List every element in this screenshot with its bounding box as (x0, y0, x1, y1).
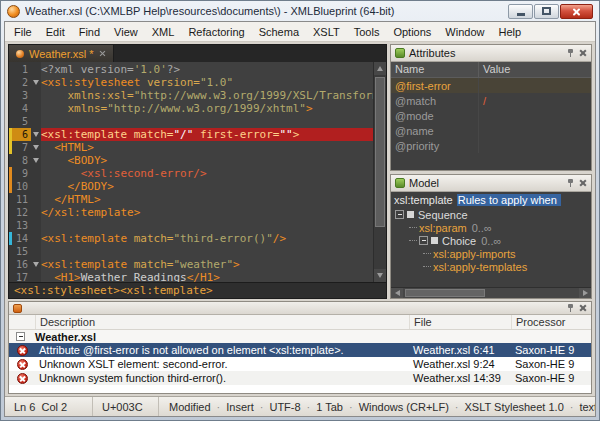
fold-collapse-icon[interactable] (31, 76, 41, 89)
scroll-track[interactable] (403, 288, 579, 298)
attribute-row-mode[interactable]: @mode (391, 108, 591, 123)
editor-line-4[interactable]: 4 xmlns="http://www.w3.org/1999/xhtml"> (9, 102, 373, 115)
attribute-row-first-error[interactable]: @first-error (391, 78, 591, 93)
error-group-row[interactable]: Weather.xsl (9, 330, 591, 343)
errors-icon (13, 304, 22, 313)
model-tree: Sequencexsl:param0..∞Choice0..∞xsl:apply… (391, 208, 591, 273)
error-icon (9, 359, 35, 370)
editor-lines[interactable]: 1<?xml version='1.0'?>2<xsl:stylesheet v… (9, 62, 373, 282)
column-file[interactable]: File (409, 315, 511, 329)
maximize-button[interactable] (534, 4, 559, 19)
error-icon (9, 373, 35, 384)
editor-line-8[interactable]: 8 <BODY> (9, 154, 373, 167)
menu-xml[interactable]: XML (145, 23, 182, 41)
attribute-row-name[interactable]: @name (391, 123, 591, 138)
editor-line-11[interactable]: 11 </HTML> (9, 193, 373, 206)
column-processor[interactable]: Processor (511, 315, 591, 329)
scroll-up-icon[interactable] (374, 62, 386, 75)
editor-line-12[interactable]: 12</xsl:template> (9, 206, 373, 219)
code-text: xmlns:xsl="http://www.w3.org/1999/XSL/Tr… (41, 89, 373, 102)
menu-find[interactable]: Find (72, 23, 107, 41)
pin-icon[interactable] (566, 303, 575, 313)
menu-window[interactable]: Window (438, 23, 491, 41)
editor-vertical-scrollbar[interactable] (373, 62, 386, 282)
model-description: xsl:template Rules to apply when (391, 192, 591, 208)
editor-line-1[interactable]: 1<?xml version='1.0'?> (9, 63, 373, 76)
scroll-thumb[interactable] (375, 77, 385, 227)
fold-collapse-icon[interactable] (31, 154, 41, 167)
menu-schema[interactable]: Schema (252, 23, 306, 41)
editor-line-7[interactable]: 7 <HTML> (9, 141, 373, 154)
editor-line-5[interactable]: 5 (9, 115, 373, 128)
model-tree-item-xsl-param[interactable]: xsl:param0..∞ (391, 221, 591, 234)
breadcrumb[interactable]: <xsl:stylesheet><xsl:template> (8, 283, 387, 299)
editor-line-15[interactable]: 15 (9, 245, 373, 258)
column-description[interactable]: Description (35, 315, 409, 329)
window-controls (508, 4, 593, 19)
fold-margin (31, 193, 41, 206)
scroll-right-icon[interactable] (579, 288, 591, 298)
editor-line-16[interactable]: 16<xsl:template match="weather"> (9, 258, 373, 271)
fold-margin (31, 102, 41, 115)
menu-options[interactable]: Options (386, 23, 438, 41)
panel-close-icon[interactable] (579, 304, 587, 312)
fold-collapse-icon[interactable] (31, 141, 41, 154)
menu-tools[interactable]: Tools (347, 23, 387, 41)
editor-line-9[interactable]: 9 <xsl:second-error/> (9, 167, 373, 180)
editor-line-10[interactable]: 10 </BODY> (9, 180, 373, 193)
model-tree-item-xsl-apply-imports[interactable]: xsl:apply-imports (391, 247, 591, 260)
panel-close-icon[interactable] (579, 49, 587, 57)
pin-icon[interactable] (566, 178, 575, 188)
fold-collapse-icon[interactable] (31, 258, 41, 271)
group-bullet-icon (407, 211, 414, 218)
tab-weather-xsl[interactable]: Weather.xsl * (9, 45, 114, 62)
model-element-doc: Rules to apply when (457, 194, 561, 206)
fold-collapse-icon[interactable] (31, 128, 41, 141)
editor-line-6[interactable]: 6<xsl:template match="/" first-error=""> (9, 128, 373, 141)
scroll-track[interactable] (374, 75, 386, 269)
error-row[interactable]: Unknown system function third-error().We… (9, 371, 591, 385)
attribute-row-match[interactable]: @match/ (391, 93, 591, 108)
scroll-thumb[interactable] (405, 289, 485, 297)
editor-line-2[interactable]: 2<xsl:stylesheet version="1.0" (9, 76, 373, 89)
model-tree-item-xsl-apply-templates[interactable]: xsl:apply-templates (391, 260, 591, 273)
separator: · (260, 401, 264, 413)
model-tree-item-choice[interactable]: Choice0..∞ (391, 234, 591, 247)
menu-file[interactable]: File (7, 23, 39, 41)
minimize-button[interactable] (508, 4, 533, 19)
status-unicode: U+003C (93, 397, 159, 416)
editor-line-13[interactable]: 13 (9, 219, 373, 232)
close-button[interactable] (560, 4, 593, 19)
panel-close-icon[interactable] (579, 179, 587, 187)
menu-xslt[interactable]: XSLT (306, 23, 347, 41)
collapse-icon[interactable] (419, 236, 428, 245)
menu-refactoring[interactable]: Refactoring (181, 23, 251, 41)
line-number: 6 (12, 128, 31, 141)
collapse-icon[interactable] (16, 332, 25, 341)
title-bar[interactable]: Weather.xsl (C:\XMLBP Help\resources\doc… (4, 1, 596, 21)
editor-line-14[interactable]: 14<xsl:template match="third-error()"/> (9, 232, 373, 245)
editor-line-17[interactable]: 17 <H1>Weather Readings</H1> (9, 271, 373, 282)
error-row[interactable]: Unknown XSLT element: second-error.Weath… (9, 357, 591, 371)
fold-margin (31, 245, 41, 258)
column-value: Value (479, 62, 591, 77)
tab-close-icon[interactable] (99, 50, 106, 57)
error-row[interactable]: Attribute @first-error is not allowed on… (9, 343, 591, 357)
collapse-icon[interactable] (395, 210, 404, 219)
pin-icon[interactable] (566, 48, 575, 58)
line-number: 13 (12, 219, 31, 232)
model-tree-item-sequence[interactable]: Sequence (391, 208, 591, 221)
scroll-down-icon[interactable] (374, 269, 386, 282)
scroll-left-icon[interactable] (391, 288, 403, 298)
code-editor[interactable]: 1<?xml version='1.0'?>2<xsl:stylesheet v… (8, 62, 387, 283)
model-horizontal-scrollbar[interactable] (391, 287, 591, 298)
menu-edit[interactable]: Edit (39, 23, 72, 41)
separator: · (349, 401, 353, 413)
side-panels: Attributes Name Value @first-error@match… (390, 44, 592, 299)
editor-column: Weather.xsl * 1<?xml version='1.0'?>2<xs… (8, 44, 387, 299)
attribute-row-priority[interactable]: @priority (391, 138, 591, 153)
status-bar: Ln 6 Col 2 U+003C Modified·Insert·UTF-8·… (5, 396, 595, 416)
menu-help[interactable]: Help (491, 23, 528, 41)
menu-view[interactable]: View (107, 23, 145, 41)
editor-line-3[interactable]: 3 xmlns:xsl="http://www.w3.org/1999/XSL/… (9, 89, 373, 102)
